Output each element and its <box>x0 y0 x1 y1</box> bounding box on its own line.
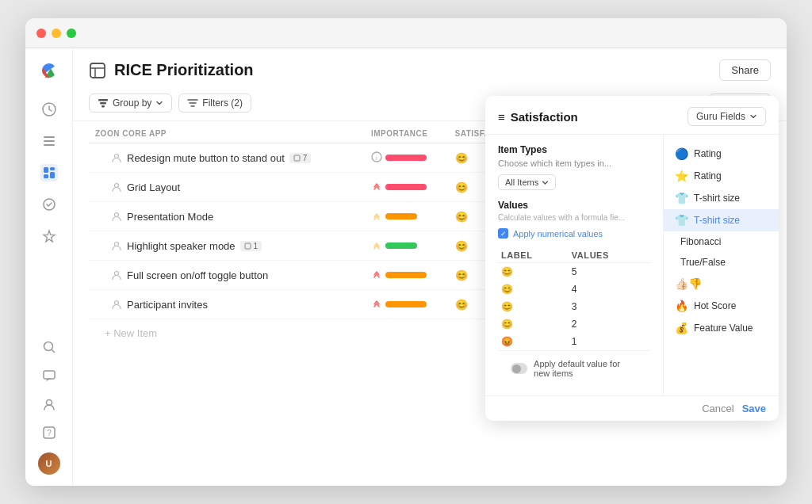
importance-bar <box>385 184 427 190</box>
importance-bar <box>385 155 427 161</box>
field-label: Rating <box>694 148 722 159</box>
col-importance: IMPORTANCE <box>365 121 449 143</box>
apply-numerical-checkbox[interactable]: ✓ <box>498 228 508 239</box>
label-values-table: Label Values 😊5😊4😊3😊2😡1 <box>498 248 650 350</box>
apply-numerical-row[interactable]: ✓ Apply numerical values <box>498 228 650 239</box>
user-avatar[interactable]: U <box>38 452 60 475</box>
field-item[interactable]: 👕T-shirt size <box>664 209 779 231</box>
page-title: RICE Prioritization <box>114 61 254 79</box>
field-label: Feature Value <box>694 323 753 334</box>
save-button[interactable]: Save <box>742 403 766 414</box>
field-item[interactable]: 🔥Hot Score <box>664 295 779 317</box>
panel-title: ≡ Satisfaction <box>498 110 578 124</box>
label-value-row: 😊5 <box>498 263 650 281</box>
title-left: RICE Prioritization <box>89 61 254 79</box>
share-button[interactable]: Share <box>719 59 771 81</box>
sidebar-icon-star[interactable] <box>40 227 58 245</box>
close-dot[interactable] <box>36 29 46 38</box>
title-row: RICE Prioritization Share <box>89 59 771 81</box>
importance-cell <box>365 202 449 231</box>
search-icon[interactable] <box>40 338 58 356</box>
person-icon <box>111 152 122 163</box>
label-emoji: 😊 <box>498 298 569 315</box>
apply-default-row: Apply default value for new items <box>498 350 650 386</box>
help-icon[interactable]: ? <box>40 424 58 441</box>
apply-default-toggle[interactable] <box>511 363 527 374</box>
field-item[interactable]: Fibonacci <box>664 231 779 252</box>
minimize-dot[interactable] <box>52 29 61 38</box>
label-value: 3 <box>569 298 650 315</box>
svg-point-9 <box>44 342 52 351</box>
filter-icon <box>187 97 198 109</box>
values-sub: Calculate values with a formula fie... <box>498 213 650 222</box>
field-item[interactable]: 👍🏻👎 <box>664 273 779 295</box>
panel-left: Item Types Choose which item types in...… <box>485 135 664 395</box>
field-item[interactable]: True/False <box>664 252 779 273</box>
svg-rect-21 <box>294 155 300 161</box>
guru-chevron-icon <box>749 113 757 120</box>
titlebar <box>25 18 787 48</box>
svg-point-20 <box>115 155 119 158</box>
field-icon: 💰 <box>675 322 688 334</box>
panel-right: 🔵Rating⭐Rating👕T-shirt size👕T-shirt size… <box>664 135 779 395</box>
label-value: 4 <box>569 281 650 298</box>
svg-point-28 <box>115 272 119 276</box>
svg-rect-10 <box>44 371 55 379</box>
sidebar-icon-check[interactable] <box>40 196 58 213</box>
field-label: Fibonacci <box>680 236 721 247</box>
svg-rect-14 <box>90 63 105 78</box>
svg-rect-27 <box>245 243 251 249</box>
row-name-cell: Grid Layout <box>89 173 365 202</box>
field-label: Rating <box>694 170 722 181</box>
svg-rect-3 <box>44 144 55 146</box>
user-icon[interactable] <box>40 395 58 413</box>
item-badge: 7 <box>289 153 312 163</box>
field-item[interactable]: ⭐Rating <box>664 165 779 187</box>
svg-point-29 <box>115 301 119 305</box>
app-logo[interactable] <box>38 59 60 82</box>
maximize-dot[interactable] <box>67 29 76 38</box>
sidebar-icon-list[interactable] <box>40 132 58 150</box>
group-by-button[interactable]: Group by <box>89 94 172 113</box>
all-items-button[interactable]: All Items <box>498 174 556 190</box>
field-label: Hot Score <box>694 300 736 311</box>
satisfaction-panel: ≡ Satisfaction Guru Fields Item Types Ch… <box>485 96 779 421</box>
panel-footer: Cancel Save <box>485 395 779 421</box>
item-types-label: Item Types <box>498 144 650 155</box>
panel-title-icon: ≡ <box>498 110 505 124</box>
field-item[interactable]: 💰Feature Value <box>664 317 779 339</box>
importance-bar <box>385 242 417 249</box>
group-by-icon <box>98 97 109 109</box>
panel-body: Item Types Choose which item types in...… <box>485 135 779 395</box>
item-name-text: Full screen on/off toggle button <box>127 269 268 281</box>
filters-button[interactable]: Filters (2) <box>178 94 251 113</box>
field-item[interactable]: 👕T-shirt size <box>664 187 779 209</box>
cancel-button[interactable]: Cancel <box>702 403 733 414</box>
item-name-text: Participant invites <box>127 299 208 311</box>
values-label: Values <box>498 200 650 211</box>
chat-icon[interactable] <box>40 367 58 384</box>
sidebar-icon-board[interactable] <box>40 164 58 181</box>
importance-cell: i <box>365 143 449 173</box>
label-value: 1 <box>569 333 650 350</box>
item-badge: 1 <box>240 241 262 251</box>
app-window: ? U RICE Prioritization <box>25 18 787 486</box>
svg-rect-17 <box>98 99 108 101</box>
item-name-text: Highlight speaker mode <box>127 240 236 252</box>
field-label: T-shirt size <box>694 193 740 204</box>
field-label: T-shirt size <box>694 215 740 226</box>
guru-fields-button[interactable]: Guru Fields <box>688 107 766 126</box>
values-col-header: Values <box>569 248 650 263</box>
all-items-chevron-icon <box>542 179 549 186</box>
label-value: 5 <box>569 263 650 281</box>
svg-rect-2 <box>44 140 55 142</box>
field-item[interactable]: 🔵Rating <box>664 143 779 165</box>
main-layout: ? U RICE Prioritization <box>25 48 787 486</box>
sidebar-icon-dashboard[interactable] <box>40 101 58 118</box>
field-icon: 🔥 <box>675 300 688 312</box>
importance-cell <box>365 231 449 261</box>
row-name-cell: Highlight speaker mode 1 <box>89 231 365 261</box>
svg-rect-4 <box>44 167 48 173</box>
item-types-sub: Choose which item types in... <box>498 158 650 168</box>
field-icon: 👍🏻👎 <box>675 277 702 290</box>
